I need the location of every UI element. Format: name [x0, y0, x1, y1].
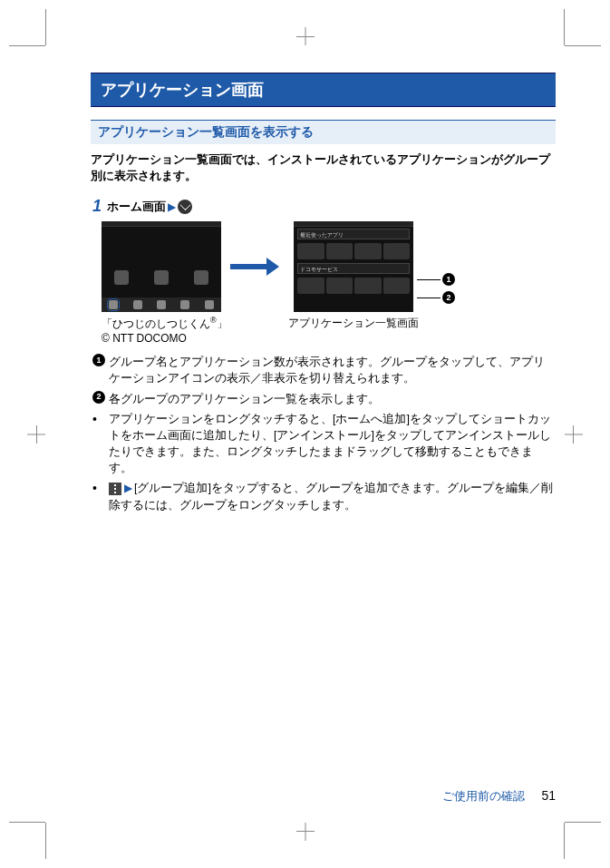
step-number: 1 — [92, 197, 102, 216]
dock — [102, 297, 221, 312]
app-grid — [294, 276, 413, 296]
caption-left: 「ひつじのしつじくん®」 © NTT DOCOMO — [102, 316, 236, 345]
dock-icon — [157, 300, 166, 309]
caption-text: 「ひつじのしつじくん — [102, 317, 210, 330]
section-heading: アプリケーション一覧画面を表示する — [91, 120, 556, 144]
intro-text: アプリケーション一覧画面では、インストールされているアプリケーションがグループ別… — [91, 151, 556, 184]
note-1: 1 グループ名とアプリケーション数が表示されます。グループをタップして、アプリケ… — [92, 354, 556, 386]
bullet-1: • アプリケーションをロングタッチすると、[ホームへ追加]をタップしてショートカ… — [92, 411, 556, 477]
menu-icon — [109, 483, 121, 495]
crop-mark-bl — [18, 795, 73, 850]
group-header-1: 最近使ったアプリ — [297, 229, 410, 239]
crop-mark — [36, 425, 37, 444]
callout-line — [417, 279, 441, 280]
screenshot-captions: 「ひつじのしつじくん®」 © NTT DOCOMO アプリケーション一覧画面 — [102, 316, 556, 345]
bullet-marker: • — [92, 480, 109, 513]
app-icon — [354, 278, 382, 294]
note-marker: 2 — [92, 391, 109, 407]
notes-list: 1 グループ名とアプリケーション数が表示されます。グループをタップして、アプリケ… — [92, 354, 556, 512]
app-icon — [326, 278, 353, 294]
note-text: グループ名とアプリケーション数が表示されます。グループをタップして、アプリケーシ… — [109, 354, 556, 386]
bullet-marker: • — [92, 411, 109, 477]
crop-mark-tr — [537, 18, 592, 73]
statusbar — [294, 221, 413, 227]
app-icon — [383, 243, 411, 259]
bullet-2: • ▶[グループ追加]をタップすると、グループを追加できます。グループを編集／削… — [92, 480, 556, 513]
dock-icon — [133, 300, 142, 309]
step-text: ホーム画面 — [107, 199, 166, 215]
app-icon — [297, 278, 324, 294]
screenshot-app-list: 最近使ったアプリ ドコモサービス — [294, 221, 413, 312]
note-text: 各グループのアプリケーション一覧を表示します。 — [109, 391, 556, 407]
note-2: 2 各グループのアプリケーション一覧を表示します。 — [92, 391, 556, 407]
copyright-text: © NTT DOCOMO — [102, 332, 187, 345]
caption-right: アプリケーション一覧画面 — [288, 316, 442, 345]
app-icon — [194, 270, 208, 285]
bullet-text-inner: [グループ追加]をタップすると、グループを追加できます。グループを編集／削除する… — [109, 482, 553, 511]
page-footer: ご使用前の確認 51 — [442, 788, 556, 805]
app-icon — [297, 243, 324, 259]
app-icon — [154, 270, 169, 285]
callout-number-2: 2 — [442, 291, 455, 304]
dock-icon — [109, 300, 118, 309]
crop-mark — [305, 823, 305, 841]
app-icon — [326, 243, 353, 259]
dock-icon — [205, 300, 214, 309]
crop-mark — [573, 425, 574, 444]
callout-line — [417, 297, 441, 298]
app-grid — [294, 241, 413, 261]
statusbar — [102, 221, 221, 227]
group-header-2: ドコモサービス — [297, 263, 410, 274]
arrow-icon — [230, 258, 285, 276]
crop-mark — [305, 27, 305, 45]
app-drawer-icon — [178, 200, 192, 214]
screenshot-home — [102, 221, 221, 312]
step-1: 1 ホーム画面 ▶ — [92, 197, 556, 216]
bullet-text: アプリケーションをロングタッチすると、[ホームへ追加]をタップしてショートカット… — [109, 411, 556, 477]
note-marker: 1 — [92, 354, 109, 386]
footer-page-number: 51 — [541, 788, 556, 803]
caption-text: 」 — [217, 317, 228, 330]
callout-number-1: 1 — [442, 273, 455, 286]
crop-mark-tl — [18, 18, 73, 73]
page-title: アプリケーション画面 — [91, 73, 556, 107]
app-icon — [383, 278, 411, 294]
app-icon — [354, 243, 382, 259]
page-content: アプリケーション画面 アプリケーション一覧画面を表示する アプリケーション一覧画… — [0, 0, 610, 553]
registered-mark: ® — [210, 316, 217, 325]
dock-icon — [180, 300, 189, 309]
bullet-text: ▶[グループ追加]をタップすると、グループを追加できます。グループを編集／削除す… — [109, 480, 556, 513]
footer-chapter: ご使用前の確認 — [442, 789, 525, 805]
app-row — [102, 263, 221, 285]
crop-mark — [565, 434, 583, 434]
screenshot-row: 最近使ったアプリ ドコモサービス 1 2 — [102, 221, 556, 312]
app-icon — [114, 270, 129, 285]
arrow-icon: ▶ — [124, 481, 132, 496]
arrow-icon: ▶ — [168, 200, 176, 213]
